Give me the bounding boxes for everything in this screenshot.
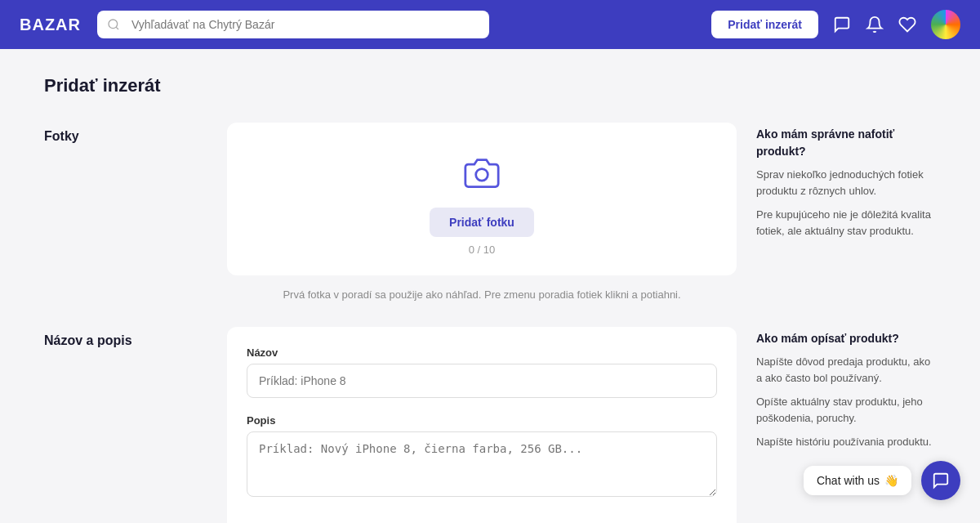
name-section-label: Názov a popis [44, 327, 207, 523]
heart-icon[interactable] [898, 16, 916, 34]
chat-widget: Chat with us 👋 [804, 461, 960, 500]
bell-icon[interactable] [866, 16, 884, 34]
photo-hint-text: Prvá fotka v poradí sa použije ako náhľa… [227, 288, 737, 301]
name-field-group: Názov [247, 346, 717, 398]
photos-hint-title: Ako mám správne nafotiť produkt? [756, 126, 936, 160]
main-content: Pridať inzerát Fotky Pridať fotku 0 / 10… [24, 49, 956, 523]
photos-label: Fotky [44, 123, 207, 301]
logo: BAZAR [20, 16, 81, 34]
name-input[interactable] [247, 364, 717, 398]
chat-icon[interactable] [833, 16, 851, 34]
name-section-content: Názov Popis [227, 327, 737, 523]
name-hint-para3: Napíšte históriu používania produktu. [756, 434, 936, 450]
svg-point-0 [109, 20, 118, 29]
name-hint-title: Ako mám opísať produkt? [756, 330, 936, 347]
page-title: Pridať inzerát [44, 75, 936, 96]
search-wrap [97, 11, 489, 38]
header: BAZAR Pridať inzerát [0, 0, 980, 49]
photos-section: Fotky Pridať fotku 0 / 10 Prvá fotka v p… [44, 123, 936, 301]
photo-count: 0 / 10 [469, 244, 496, 256]
search-input[interactable] [97, 11, 489, 38]
name-hint-para1: Napíšte dôvod predaja produktu, ako a ak… [756, 354, 936, 386]
search-icon [107, 18, 120, 31]
photos-hint-para2: Pre kupujúceho nie je dôležitá kvalita f… [756, 207, 936, 239]
photos-hint-para1: Sprav niekoľko jednoduchých fotiek produ… [756, 167, 936, 199]
form-section: Názov Popis [227, 327, 737, 523]
chat-emoji: 👋 [884, 474, 898, 487]
header-actions: Pridať inzerát [711, 10, 960, 39]
chat-button[interactable] [921, 461, 960, 500]
camera-icon [464, 155, 500, 194]
desc-field-group: Popis [247, 414, 717, 500]
photos-hint: Ako mám správne nafotiť produkt? Sprav n… [756, 123, 936, 301]
desc-input[interactable] [247, 431, 717, 497]
add-listing-button[interactable]: Pridať inzerát [711, 11, 818, 38]
avatar[interactable] [931, 10, 960, 39]
svg-line-1 [116, 27, 118, 29]
chat-bubble[interactable]: Chat with us 👋 [804, 466, 911, 495]
name-section: Názov a popis Názov Popis Ako mám opísať… [44, 327, 936, 523]
svg-point-2 [476, 169, 488, 181]
add-photo-button[interactable]: Pridať fotku [430, 208, 534, 237]
photos-content: Pridať fotku 0 / 10 Prvá fotka v poradí … [227, 123, 737, 301]
name-hint-para2: Opíšte aktuálny stav produktu, jeho pošk… [756, 394, 936, 426]
name-label: Názov [247, 346, 717, 359]
desc-label: Popis [247, 414, 717, 427]
chat-label: Chat with us [817, 474, 880, 487]
photo-upload-box: Pridať fotku 0 / 10 [227, 123, 737, 275]
